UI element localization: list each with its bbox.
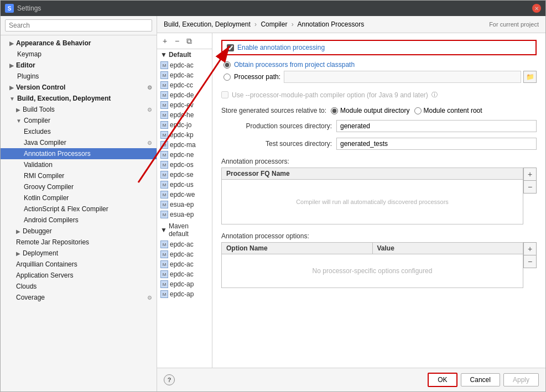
search-input[interactable] — [5, 19, 152, 32]
list-item[interactable]: M epdc-ev — [157, 100, 212, 110]
list-item[interactable]: M epdc-us — [157, 180, 212, 190]
module-content-radio-option[interactable]: Module content root — [414, 107, 482, 114]
sidebar-item-build[interactable]: ▼ Build, Execution, Deployment — [1, 93, 157, 104]
list-item[interactable]: M epdc-ac — [157, 60, 212, 70]
options-side-buttons: + − — [523, 242, 537, 288]
list-item[interactable]: M esua-ep — [157, 200, 212, 210]
list-item[interactable]: M epdc-os — [157, 160, 212, 170]
list-item[interactable]: M epdc-ap — [157, 279, 212, 289]
module-output-radio[interactable] — [331, 107, 338, 114]
list-item[interactable]: M epdc-ac — [157, 259, 212, 269]
list-item[interactable]: M epdc-we — [157, 190, 212, 200]
module-default[interactable]: ▼ Default — [157, 49, 212, 60]
module-name: epdc-ac — [170, 250, 194, 258]
sidebar-item-remote-jar[interactable]: Remote Jar Repositories — [1, 237, 157, 248]
test-sources-row: Test sources directory: — [221, 138, 537, 150]
sidebar-item-validation[interactable]: Validation — [1, 159, 157, 170]
remove-option-button[interactable]: − — [523, 255, 537, 268]
sidebar-item-vcs[interactable]: ▶ Version Control ⚙ — [1, 82, 157, 93]
test-sources-input[interactable] — [336, 138, 537, 150]
module-icon: M — [160, 181, 168, 189]
store-sources-label: Store generated sources relative to: — [221, 107, 326, 114]
sidebar-item-actionscript-compiler[interactable]: ActionScript & Flex Compiler — [1, 203, 157, 215]
app-icon: S — [5, 4, 14, 13]
list-item[interactable]: M epdc-kp — [157, 130, 212, 140]
cancel-button[interactable]: Cancel — [461, 373, 500, 386]
sidebar-item-label: Clouds — [16, 283, 152, 290]
list-item[interactable]: M epdc-ap — [157, 289, 212, 299]
remove-module-button[interactable]: − — [171, 35, 183, 46]
sidebar-item-label: Appearance & Behavior — [16, 39, 152, 47]
sidebar-item-compiler[interactable]: ▼ Compiler — [1, 115, 157, 126]
sidebar-item-arquillian[interactable]: Arquillian Containers — [1, 259, 157, 270]
sidebar-item-plugins[interactable]: Plugins — [1, 71, 157, 82]
list-item[interactable]: M epdc-jo — [157, 120, 212, 130]
use-module-path-checkbox[interactable] — [221, 91, 228, 98]
sidebar-item-editor[interactable]: ▶ Editor — [1, 60, 157, 71]
sidebar-item-label: Compiler — [24, 117, 152, 124]
sidebar-item-coverage[interactable]: Coverage ⚙ — [1, 292, 157, 303]
obtain-processors-radio[interactable] — [223, 61, 231, 69]
list-item[interactable]: M epdc-de — [157, 90, 212, 100]
ok-button[interactable]: OK — [428, 373, 457, 387]
breadcrumb-part2: Compiler — [261, 20, 287, 28]
close-button[interactable]: ✕ — [532, 4, 541, 13]
sidebar-item-appearance[interactable]: ▶ Appearance & Behavior — [1, 38, 157, 49]
sidebar-item-label: RMI Compiler — [24, 172, 152, 180]
production-sources-input[interactable] — [336, 120, 537, 132]
list-item[interactable]: M epdc-he — [157, 110, 212, 120]
browse-icon: 📁 — [526, 73, 534, 81]
enable-annotation-checkbox[interactable] — [227, 44, 234, 51]
module-icon: M — [160, 270, 168, 278]
sidebar-item-keymap[interactable]: Keymap — [1, 49, 157, 60]
processor-path-radio-row[interactable]: Processor path: 📁 — [223, 71, 537, 83]
sidebar-item-clouds[interactable]: Clouds — [1, 281, 157, 292]
module-icon: M — [160, 260, 168, 268]
list-item[interactable]: M epdc-cc — [157, 80, 212, 90]
add-option-button[interactable]: + — [523, 242, 537, 255]
sidebar-item-label: Build Tools — [23, 106, 147, 113]
module-name: epdc-we — [170, 191, 195, 198]
sidebar-item-build-tools[interactable]: ▶ Build Tools ⚙ — [1, 104, 157, 115]
obtain-processors-radio-row[interactable]: Obtain processors from project classpath — [223, 61, 537, 69]
sidebar-item-android-compilers[interactable]: Android Compilers — [1, 215, 157, 226]
add-module-button[interactable]: + — [159, 35, 170, 46]
module-icon: M — [160, 151, 168, 159]
list-item[interactable]: M epdc-ac — [157, 249, 212, 259]
help-button[interactable]: ? — [164, 374, 175, 385]
list-item[interactable]: M epdc-ne — [157, 150, 212, 160]
remove-processor-button[interactable]: − — [523, 180, 537, 194]
list-item[interactable]: M epdc-ac — [157, 239, 212, 249]
list-item[interactable]: M epdc-ma — [157, 140, 212, 150]
browse-button[interactable]: 📁 — [523, 71, 537, 83]
expand-arrow: ▶ — [9, 85, 14, 91]
sidebar-item-groovy-compiler[interactable]: Groovy Compiler — [1, 181, 157, 192]
module-content-radio[interactable] — [414, 107, 422, 114]
processors-table-body: Compiler will run all automatically disc… — [222, 180, 523, 224]
apply-button[interactable]: Apply — [503, 373, 539, 386]
maven-default-group[interactable]: ▼ Maven default — [157, 221, 212, 239]
processor-path-field[interactable] — [284, 71, 521, 83]
list-item[interactable]: M esua-ep — [157, 210, 212, 219]
breadcrumb: Build, Execution, Deployment › Compiler … — [164, 20, 364, 28]
module-icon: M — [160, 250, 168, 258]
copy-module-button[interactable]: ⧉ — [184, 35, 195, 46]
annotation-options-label: Annotation processor options: — [221, 232, 537, 240]
sidebar-item-debugger[interactable]: ▶ Debugger — [1, 226, 157, 237]
sidebar-item-kotlin-compiler[interactable]: Kotlin Compiler — [1, 192, 157, 203]
add-processor-button[interactable]: + — [523, 168, 537, 181]
module-icon: M — [160, 290, 168, 298]
list-item[interactable]: M epdc-ac — [157, 269, 212, 279]
sidebar-item-java-compiler[interactable]: Java Compiler ⚙ — [1, 137, 157, 148]
processor-path-radio[interactable] — [223, 74, 231, 81]
list-item[interactable]: M epdc-se — [157, 170, 212, 180]
list-item[interactable]: M epdc-ac — [157, 70, 212, 80]
sidebar-item-annotation-processors[interactable]: Annotation Processors — [1, 148, 157, 159]
module-output-radio-option[interactable]: Module output directory — [331, 107, 409, 114]
sidebar-item-deployment[interactable]: ▶ Deployment — [1, 248, 157, 259]
sidebar-item-rmi-compiler[interactable]: RMI Compiler — [1, 170, 157, 181]
sidebar-item-label: Debugger — [23, 227, 152, 235]
sidebar-item-app-servers[interactable]: Application Servers — [1, 270, 157, 281]
sidebar-item-excludes[interactable]: Excludes — [1, 126, 157, 137]
compiler-will-run-msg: Compiler will run all automatically disc… — [296, 198, 449, 205]
